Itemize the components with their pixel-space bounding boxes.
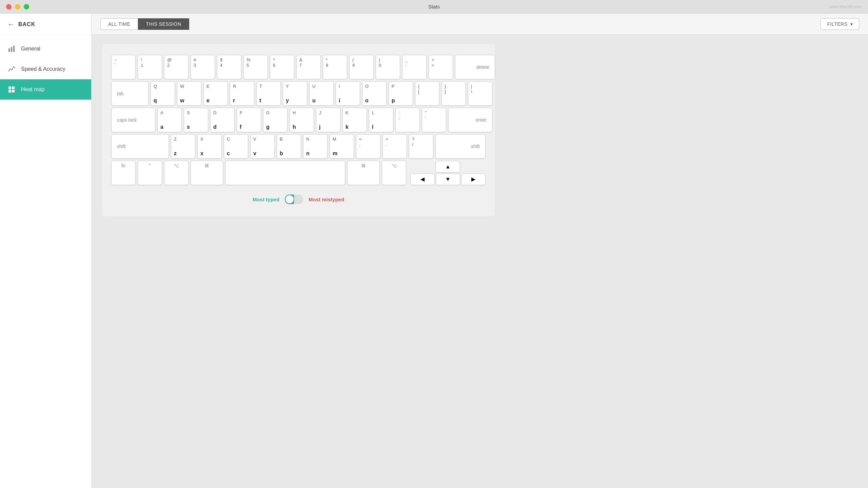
key-u[interactable]: Uu bbox=[309, 81, 334, 106]
tab-this-session[interactable]: THIS SESSION bbox=[138, 18, 189, 30]
svg-rect-1 bbox=[11, 47, 12, 52]
key-e[interactable]: Ee bbox=[203, 81, 228, 106]
key-quote[interactable]: "' bbox=[422, 108, 446, 132]
close-button[interactable] bbox=[6, 4, 12, 9]
key-semicolon[interactable]: :; bbox=[395, 108, 420, 132]
key-enter[interactable]: enter bbox=[448, 108, 492, 132]
key-equals[interactable]: += bbox=[429, 55, 453, 79]
key-shift-right[interactable]: shift bbox=[435, 134, 486, 159]
key-tilde[interactable]: ~` bbox=[111, 55, 136, 79]
key-minus[interactable]: _- bbox=[402, 55, 427, 79]
svg-rect-4 bbox=[12, 86, 15, 89]
back-arrow-icon: ← bbox=[7, 20, 14, 28]
key-slash[interactable]: ?/ bbox=[409, 134, 433, 159]
key-k[interactable]: Kk bbox=[342, 108, 367, 132]
key-alt-left[interactable]: ⌥ bbox=[164, 161, 189, 185]
legend-toggle[interactable] bbox=[285, 195, 303, 204]
key-2[interactable]: @2 bbox=[164, 55, 189, 79]
tab-all-time[interactable]: ALL TIME bbox=[100, 18, 138, 30]
window-controls bbox=[6, 4, 29, 9]
chevron-down-icon: ▾ bbox=[850, 21, 853, 27]
sidebar-item-general[interactable]: General bbox=[0, 39, 91, 59]
key-p[interactable]: Pp bbox=[389, 81, 413, 106]
key-4[interactable]: $4 bbox=[217, 55, 241, 79]
key-backslash[interactable]: |\ bbox=[468, 81, 492, 106]
sidebar-item-general-label: General bbox=[21, 46, 40, 52]
key-period[interactable]: >. bbox=[382, 134, 407, 159]
key-arrow-right[interactable]: ▶ bbox=[461, 174, 486, 185]
sidebar-nav: General Speed & Accuracy bbox=[0, 35, 91, 100]
key-ctrl[interactable]: ⌃ bbox=[138, 161, 162, 185]
sidebar-item-heat-map[interactable]: Heat map bbox=[0, 79, 91, 100]
svg-rect-0 bbox=[8, 48, 10, 52]
key-n[interactable]: Nn bbox=[303, 134, 328, 159]
svg-rect-2 bbox=[13, 46, 15, 52]
key-row-asdf: caps lock Aa Ss Dd Ff Gg Hh Jj Kk Ll :; … bbox=[111, 108, 486, 132]
key-c[interactable]: Cc bbox=[224, 134, 248, 159]
most-mistyped-label: Most mistyped bbox=[309, 197, 344, 202]
key-w[interactable]: Ww bbox=[177, 81, 201, 106]
keyboard: ~` !1 @2 #3 $4 %5 ^6 &7 *8 (9 )0 _- += d… bbox=[111, 55, 486, 185]
key-h[interactable]: Hh bbox=[290, 108, 314, 132]
key-cmd-left[interactable]: ⌘ bbox=[191, 161, 223, 185]
line-chart-icon bbox=[7, 65, 16, 73]
key-tab[interactable]: tab bbox=[111, 81, 149, 106]
key-f[interactable]: Ff bbox=[237, 108, 261, 132]
key-lbracket[interactable]: {[ bbox=[415, 81, 439, 106]
key-i[interactable]: Ii bbox=[336, 81, 360, 106]
key-space[interactable] bbox=[225, 161, 345, 185]
key-arrow-up[interactable]: ▲ bbox=[436, 161, 460, 172]
key-z[interactable]: Zz bbox=[171, 134, 195, 159]
key-fn[interactable]: fn bbox=[111, 161, 136, 185]
key-s[interactable]: Ss bbox=[184, 108, 208, 132]
key-d[interactable]: Dd bbox=[210, 108, 235, 132]
key-arrow-left[interactable]: ◀ bbox=[410, 174, 435, 185]
key-9[interactable]: (9 bbox=[349, 55, 374, 79]
key-comma[interactable]: <, bbox=[356, 134, 380, 159]
topbar: ALL TIME THIS SESSION FILTERS ▾ bbox=[92, 14, 868, 35]
key-row-qwerty: tab Qq Ww Ee Rr Tt Yy Uu Ii Oo Pp {[ }] … bbox=[111, 81, 486, 106]
key-q[interactable]: Qq bbox=[151, 81, 175, 106]
key-1[interactable]: !1 bbox=[138, 55, 162, 79]
key-x[interactable]: Xx bbox=[197, 134, 222, 159]
back-button[interactable]: ← BACK bbox=[0, 14, 91, 35]
minimize-button[interactable] bbox=[15, 4, 20, 9]
key-v[interactable]: Vv bbox=[250, 134, 275, 159]
sidebar-item-speed-accuracy[interactable]: Speed & Accuracy bbox=[0, 59, 91, 79]
key-rbracket[interactable]: }] bbox=[441, 81, 466, 106]
svg-rect-6 bbox=[12, 90, 15, 93]
window-title: Stats bbox=[428, 4, 440, 9]
key-3[interactable]: #3 bbox=[191, 55, 215, 79]
key-capslock[interactable]: caps lock bbox=[111, 108, 155, 132]
svg-rect-3 bbox=[8, 86, 11, 89]
key-r[interactable]: Rr bbox=[230, 81, 254, 106]
filters-button[interactable]: FILTERS ▾ bbox=[821, 18, 859, 30]
key-0[interactable]: )0 bbox=[376, 55, 400, 79]
key-alt-right[interactable]: ⌥ bbox=[382, 161, 406, 185]
key-row-bottom: fn ⌃ ⌥ ⌘ ⌘ ⌥ ▲ ◀ bbox=[111, 161, 486, 185]
key-7[interactable]: &7 bbox=[296, 55, 321, 79]
key-a[interactable]: Aa bbox=[157, 108, 182, 132]
maximize-button[interactable] bbox=[24, 4, 29, 9]
key-cmd-right[interactable]: ⌘ bbox=[347, 161, 380, 185]
content-area: ~` !1 @2 #3 $4 %5 ^6 &7 *8 (9 )0 _- += d… bbox=[92, 35, 868, 488]
main-content: ALL TIME THIS SESSION FILTERS ▾ ~` !1 @2… bbox=[92, 14, 868, 488]
titlebar: Stats www.MacW.com bbox=[0, 0, 868, 14]
key-l[interactable]: Ll bbox=[369, 108, 393, 132]
arrow-cluster: ▲ ◀ ▼ ▶ bbox=[410, 161, 486, 185]
key-6[interactable]: ^6 bbox=[270, 55, 294, 79]
key-arrow-down[interactable]: ▼ bbox=[436, 174, 460, 185]
key-g[interactable]: Gg bbox=[263, 108, 288, 132]
key-o[interactable]: Oo bbox=[362, 81, 387, 106]
key-8[interactable]: *8 bbox=[323, 55, 347, 79]
bar-chart-icon bbox=[7, 45, 16, 53]
svg-rect-5 bbox=[8, 90, 11, 93]
key-m[interactable]: Mm bbox=[330, 134, 354, 159]
key-b[interactable]: Bb bbox=[277, 134, 301, 159]
key-delete[interactable]: delete bbox=[455, 55, 495, 79]
key-t[interactable]: Tt bbox=[256, 81, 281, 106]
key-shift-left[interactable]: shift bbox=[111, 134, 169, 159]
key-j[interactable]: Jj bbox=[316, 108, 340, 132]
key-5[interactable]: %5 bbox=[243, 55, 268, 79]
key-y[interactable]: Yy bbox=[283, 81, 307, 106]
